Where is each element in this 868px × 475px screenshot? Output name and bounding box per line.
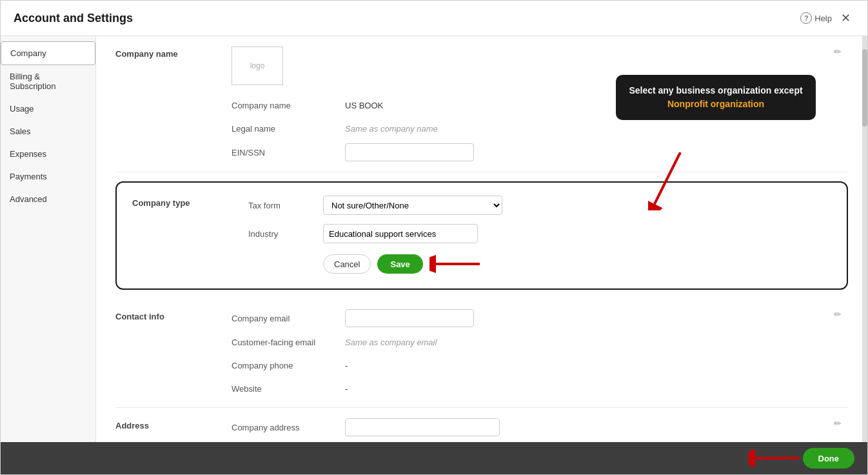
customer-email-value: Same as company email [345,338,437,347]
company-name-edit-icon[interactable]: ✏ [834,46,848,57]
company-address-row: Company address [232,418,821,436]
tax-form-select[interactable]: Not sure/Other/None Sole proprietor (For… [323,196,502,215]
industry-row: Industry [248,224,831,243]
customer-email-label: Customer-facing email [232,338,335,347]
company-type-wrapper: Company type Tax form Not sure/Other/Non… [115,181,848,290]
customer-email-row: Customer-facing email Same as company em… [232,334,821,350]
company-name-label: Company name [232,101,335,110]
contact-info-edit-icon[interactable]: ✏ [834,309,848,319]
arrow-to-done [749,447,800,470]
ein-label: EIN/SSN [232,148,335,157]
company-email-row: Company email [232,309,821,327]
content-area: Select any business organization except … [96,36,867,442]
sidebar-item-sales[interactable]: Sales [1,120,95,143]
website-value: - [345,384,348,394]
contact-info-section: Contact info Company email Customer-faci… [115,299,848,408]
header-actions: ? Help ✕ [800,10,854,26]
company-phone-value: - [345,361,348,370]
address-edit-icon[interactable]: ✏ [834,418,848,429]
company-phone-row: Company phone - [232,357,821,374]
address-label: Address [115,418,219,430]
scrollbar-thumb[interactable] [862,49,867,126]
sidebar: Company Billing & Subscription Usage Sal… [1,36,96,442]
website-row: Website - [232,380,821,397]
company-phone-label: Company phone [232,361,335,370]
sidebar-item-usage[interactable]: Usage [1,97,95,120]
logo-box: logo [232,46,283,85]
help-button[interactable]: ? Help [800,12,832,24]
tax-form-label: Tax form [248,201,313,210]
ein-row: EIN/SSN [232,143,821,161]
action-row: Cancel Save [248,252,831,276]
industry-label: Industry [248,229,313,239]
legal-name-label: Legal name [232,124,335,134]
sidebar-item-company[interactable]: Company [1,41,95,65]
website-label: Website [232,384,335,394]
address-fields: Company address Customer-facing address … [232,418,821,442]
legal-name-value: Same as company name [345,124,438,134]
done-button[interactable]: Done [803,448,855,469]
logo-placeholder: logo [250,61,265,70]
modal-body: Company Billing & Subscription Usage Sal… [1,36,867,442]
annotation-tooltip: Select any business organization except … [616,75,816,120]
arrow-to-save [429,252,481,276]
help-label: Help [814,14,832,23]
tax-form-row: Tax form Not sure/Other/None Sole propri… [248,196,831,215]
company-address-label: Company address [232,423,335,432]
company-type-content: Tax form Not sure/Other/None Sole propri… [248,196,831,276]
annotation-text: Select any business organization except [629,85,802,96]
company-address-input[interactable] [345,418,500,436]
cancel-button[interactable]: Cancel [323,254,371,274]
address-section: Address Company address Customer-facing … [115,408,848,442]
modal-header: Account and Settings ? Help ✕ [1,1,867,36]
sidebar-item-advanced[interactable]: Advanced [1,188,95,210]
company-name-section-label: Company name [115,46,219,59]
industry-input[interactable] [323,224,478,243]
scrollbar-track[interactable] [862,36,867,442]
company-type-label: Company type [132,196,235,208]
annotation-highlight: Nonprofit organization [667,99,764,109]
save-button[interactable]: Save [377,254,422,274]
company-email-label: Company email [232,314,335,323]
sidebar-item-expenses[interactable]: Expenses [1,143,95,165]
company-email-input[interactable] [345,309,474,327]
close-button[interactable]: ✕ [837,10,854,26]
modal-footer: Done [1,442,867,474]
contact-info-label: Contact info [115,309,219,321]
company-name-value: US BOOK [345,101,383,110]
sidebar-item-payments[interactable]: Payments [1,165,95,188]
modal-title: Account and Settings [14,12,133,25]
company-type-section: Company type Tax form Not sure/Other/Non… [115,181,848,290]
help-icon: ? [800,12,812,24]
ein-input[interactable] [345,143,474,161]
contact-info-fields: Company email Customer-facing email Same… [232,309,821,397]
legal-name-row: Legal name Same as company name [232,120,821,137]
sidebar-item-billing[interactable]: Billing & Subscription [1,65,95,97]
